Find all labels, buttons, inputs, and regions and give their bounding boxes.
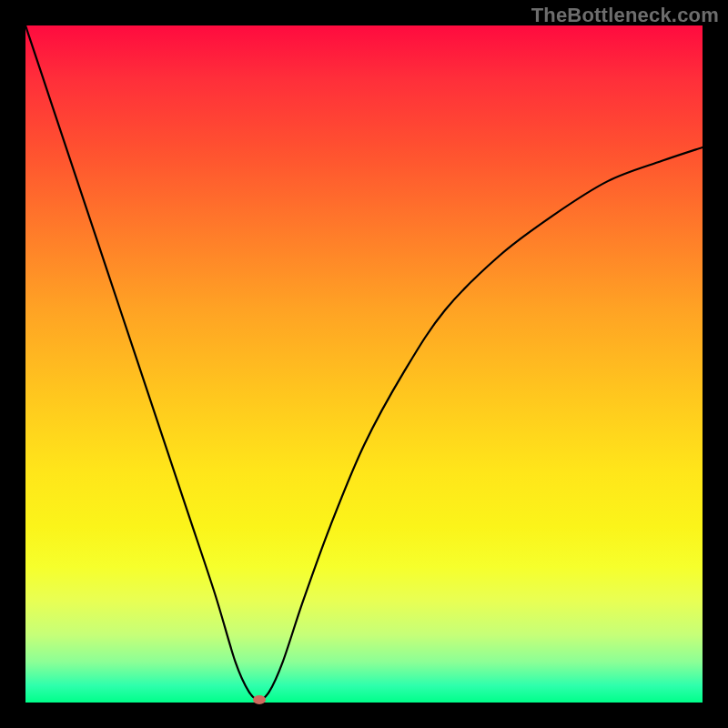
optimal-point-marker — [253, 695, 266, 704]
bottleneck-curve-path — [25, 25, 703, 700]
chart-frame: TheBottleneck.com — [0, 0, 728, 728]
watermark-text: TheBottleneck.com — [531, 4, 719, 27]
chart-plot-area — [25, 25, 703, 703]
bottleneck-curve — [25, 25, 703, 703]
